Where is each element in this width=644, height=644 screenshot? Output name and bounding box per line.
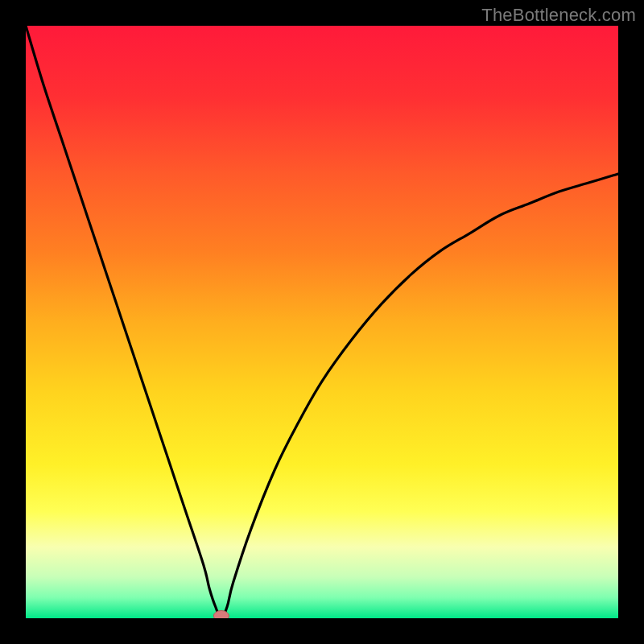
chart-frame — [26, 26, 618, 618]
gradient-background — [26, 26, 618, 618]
bottleneck-chart — [26, 26, 618, 618]
optimal-point-marker — [213, 611, 229, 619]
watermark-text: TheBottleneck.com — [481, 5, 636, 26]
